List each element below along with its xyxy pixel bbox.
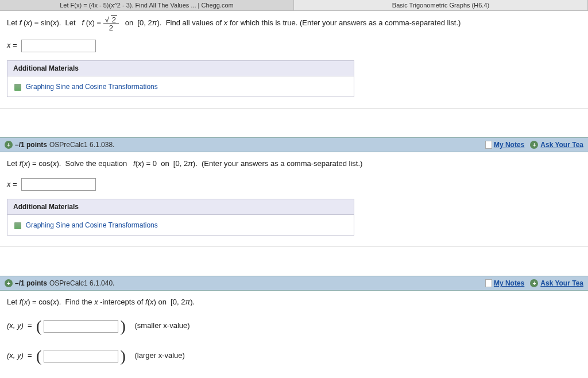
question-2: + –/1 points OSPreCalc1 6.1.038. My Note… bbox=[0, 137, 588, 247]
plus-icon[interactable]: + bbox=[530, 141, 538, 149]
answer-input-q3-larger[interactable] bbox=[44, 350, 118, 362]
expand-icon[interactable]: + bbox=[5, 279, 13, 287]
x-equals-label: x = bbox=[7, 180, 17, 188]
expand-icon[interactable]: + bbox=[5, 141, 13, 149]
browser-tabs: Let F(x) = (4x - 5)(x^2 - 3). Find All T… bbox=[0, 0, 588, 11]
book-icon bbox=[14, 222, 21, 229]
question-1-prompt: Let f (x) = sin(x). Let f (x) = 2 2 on [… bbox=[0, 11, 588, 36]
plus-icon[interactable]: + bbox=[530, 279, 538, 287]
materials-link-1[interactable]: Graphing Sine and Cosine Transformations bbox=[26, 83, 158, 91]
note-icon bbox=[485, 279, 492, 287]
book-icon bbox=[14, 84, 21, 91]
x-equals-label: x = bbox=[7, 41, 17, 49]
larger-label: (larger x-value) bbox=[134, 351, 184, 360]
paren-close: ) bbox=[121, 347, 126, 365]
answer-row-2: x = bbox=[0, 175, 588, 199]
points-bar-2: + –/1 points OSPreCalc1 6.1.038. My Note… bbox=[0, 137, 588, 152]
materials-header: Additional Materials bbox=[7, 60, 354, 76]
my-notes-link[interactable]: My Notes bbox=[494, 279, 524, 287]
tab-trig-graphs[interactable]: Basic Trigonometric Graphs (H6.4) bbox=[294, 0, 588, 10]
question-1: Let f (x) = sin(x). Let f (x) = 2 2 on [… bbox=[0, 11, 588, 109]
additional-materials-2: Additional Materials Graphing Sine and C… bbox=[7, 199, 354, 236]
question-3-prompt: Let f(x) = cos(x). Find the x -intercept… bbox=[0, 291, 588, 313]
tab-chegg[interactable]: Let F(x) = (4x - 5)(x^2 - 3). Find All T… bbox=[0, 0, 294, 10]
answer-input-q3-smaller[interactable] bbox=[44, 320, 118, 333]
materials-header: Additional Materials bbox=[7, 199, 354, 215]
additional-materials-1: Additional Materials Graphing Sine and C… bbox=[7, 60, 354, 97]
answer-row-3a: (x, y) = ( ) (smaller x-value) bbox=[0, 314, 588, 344]
question-source: OSPreCalc1 6.1.040. bbox=[49, 279, 114, 287]
answer-input-q2[interactable] bbox=[21, 178, 96, 191]
smaller-label: (smaller x-value) bbox=[134, 321, 189, 330]
paren-open: ( bbox=[36, 317, 41, 335]
answer-row-1: x = bbox=[0, 36, 588, 60]
question-3: + –/1 points OSPreCalc1 6.1.040. My Note… bbox=[0, 276, 588, 373]
points-value: –/1 points bbox=[15, 279, 47, 287]
my-notes-link[interactable]: My Notes bbox=[494, 141, 524, 149]
points-bar-3: + –/1 points OSPreCalc1 6.1.040. My Note… bbox=[0, 276, 588, 291]
answer-input-q1[interactable] bbox=[21, 40, 96, 52]
points-value: –/1 points bbox=[15, 141, 47, 149]
question-2-prompt: Let f(x) = cos(x). Solve the equation f(… bbox=[0, 152, 588, 175]
ask-teacher-link[interactable]: Ask Your Tea bbox=[540, 279, 583, 287]
ask-teacher-link[interactable]: Ask Your Tea bbox=[540, 141, 583, 149]
question-source: OSPreCalc1 6.1.038. bbox=[49, 141, 114, 149]
note-icon bbox=[485, 141, 492, 149]
paren-close: ) bbox=[121, 317, 126, 335]
answer-row-3b: (x, y) = ( ) (larger x-value) bbox=[0, 344, 588, 373]
fraction: 2 2 bbox=[103, 16, 119, 32]
sqrt-value: 2 bbox=[111, 16, 117, 24]
materials-link-2[interactable]: Graphing Sine and Cosine Transformations bbox=[26, 221, 158, 229]
paren-open: ( bbox=[36, 347, 41, 365]
